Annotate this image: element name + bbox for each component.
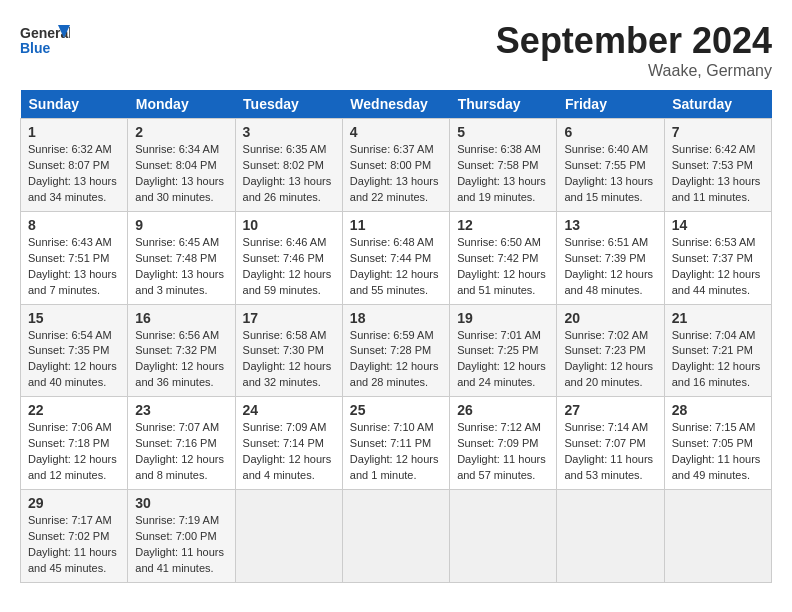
sunset: Sunset: 8:00 PM	[350, 158, 442, 174]
col-sunday: Sunday	[21, 90, 128, 119]
day-number: 26	[457, 402, 549, 418]
day-number: 11	[350, 217, 442, 233]
day-info: Sunrise: 6:43 AM Sunset: 7:51 PM Dayligh…	[28, 235, 120, 299]
sunset: Sunset: 8:02 PM	[243, 158, 335, 174]
table-row: 26 Sunrise: 7:12 AM Sunset: 7:09 PM Dayl…	[450, 397, 557, 490]
sunset: Sunset: 7:42 PM	[457, 251, 549, 267]
sunrise: Sunrise: 7:07 AM	[135, 420, 227, 436]
day-info: Sunrise: 7:04 AM Sunset: 7:21 PM Dayligh…	[672, 328, 764, 392]
sunset: Sunset: 7:07 PM	[564, 436, 656, 452]
sunrise: Sunrise: 7:01 AM	[457, 328, 549, 344]
daylight: Daylight: 11 hours and 41 minutes.	[135, 545, 227, 577]
day-info: Sunrise: 6:38 AM Sunset: 7:58 PM Dayligh…	[457, 142, 549, 206]
sunset: Sunset: 7:11 PM	[350, 436, 442, 452]
sunrise: Sunrise: 7:15 AM	[672, 420, 764, 436]
table-row: 15 Sunrise: 6:54 AM Sunset: 7:35 PM Dayl…	[21, 304, 128, 397]
sunset: Sunset: 7:28 PM	[350, 343, 442, 359]
daylight: Daylight: 12 hours and 51 minutes.	[457, 267, 549, 299]
sunset: Sunset: 7:39 PM	[564, 251, 656, 267]
sunrise: Sunrise: 7:09 AM	[243, 420, 335, 436]
title-block: September 2024 Waake, Germany	[496, 20, 772, 80]
table-row: 17 Sunrise: 6:58 AM Sunset: 7:30 PM Dayl…	[235, 304, 342, 397]
table-row: 30 Sunrise: 7:19 AM Sunset: 7:00 PM Dayl…	[128, 490, 235, 583]
col-friday: Friday	[557, 90, 664, 119]
sunset: Sunset: 7:14 PM	[243, 436, 335, 452]
sunset: Sunset: 7:35 PM	[28, 343, 120, 359]
daylight: Daylight: 13 hours and 26 minutes.	[243, 174, 335, 206]
calendar-week-row: 8 Sunrise: 6:43 AM Sunset: 7:51 PM Dayli…	[21, 211, 772, 304]
day-info: Sunrise: 7:14 AM Sunset: 7:07 PM Dayligh…	[564, 420, 656, 484]
day-info: Sunrise: 7:06 AM Sunset: 7:18 PM Dayligh…	[28, 420, 120, 484]
sunset: Sunset: 7:16 PM	[135, 436, 227, 452]
day-info: Sunrise: 7:02 AM Sunset: 7:23 PM Dayligh…	[564, 328, 656, 392]
day-number: 17	[243, 310, 335, 326]
day-info: Sunrise: 6:37 AM Sunset: 8:00 PM Dayligh…	[350, 142, 442, 206]
table-row: 25 Sunrise: 7:10 AM Sunset: 7:11 PM Dayl…	[342, 397, 449, 490]
sunset: Sunset: 7:25 PM	[457, 343, 549, 359]
table-row: 13 Sunrise: 6:51 AM Sunset: 7:39 PM Dayl…	[557, 211, 664, 304]
sunrise: Sunrise: 6:43 AM	[28, 235, 120, 251]
day-info: Sunrise: 6:40 AM Sunset: 7:55 PM Dayligh…	[564, 142, 656, 206]
table-row: 9 Sunrise: 6:45 AM Sunset: 7:48 PM Dayli…	[128, 211, 235, 304]
calendar-table: Sunday Monday Tuesday Wednesday Thursday…	[20, 90, 772, 583]
daylight: Daylight: 12 hours and 59 minutes.	[243, 267, 335, 299]
day-info: Sunrise: 6:35 AM Sunset: 8:02 PM Dayligh…	[243, 142, 335, 206]
sunrise: Sunrise: 6:48 AM	[350, 235, 442, 251]
day-info: Sunrise: 7:17 AM Sunset: 7:02 PM Dayligh…	[28, 513, 120, 577]
table-row: 24 Sunrise: 7:09 AM Sunset: 7:14 PM Dayl…	[235, 397, 342, 490]
day-number: 3	[243, 124, 335, 140]
calendar-week-row: 29 Sunrise: 7:17 AM Sunset: 7:02 PM Dayl…	[21, 490, 772, 583]
day-number: 7	[672, 124, 764, 140]
sunset: Sunset: 7:09 PM	[457, 436, 549, 452]
svg-text:Blue: Blue	[20, 40, 51, 56]
daylight: Daylight: 12 hours and 8 minutes.	[135, 452, 227, 484]
table-row: 19 Sunrise: 7:01 AM Sunset: 7:25 PM Dayl…	[450, 304, 557, 397]
col-wednesday: Wednesday	[342, 90, 449, 119]
daylight: Daylight: 13 hours and 30 minutes.	[135, 174, 227, 206]
day-info: Sunrise: 6:45 AM Sunset: 7:48 PM Dayligh…	[135, 235, 227, 299]
table-row: 1 Sunrise: 6:32 AM Sunset: 8:07 PM Dayli…	[21, 119, 128, 212]
sunset: Sunset: 7:48 PM	[135, 251, 227, 267]
sunset: Sunset: 7:18 PM	[28, 436, 120, 452]
table-row: 5 Sunrise: 6:38 AM Sunset: 7:58 PM Dayli…	[450, 119, 557, 212]
day-number: 30	[135, 495, 227, 511]
day-info: Sunrise: 6:56 AM Sunset: 7:32 PM Dayligh…	[135, 328, 227, 392]
table-row: 11 Sunrise: 6:48 AM Sunset: 7:44 PM Dayl…	[342, 211, 449, 304]
daylight: Daylight: 13 hours and 15 minutes.	[564, 174, 656, 206]
table-row: 14 Sunrise: 6:53 AM Sunset: 7:37 PM Dayl…	[664, 211, 771, 304]
table-row: 3 Sunrise: 6:35 AM Sunset: 8:02 PM Dayli…	[235, 119, 342, 212]
daylight: Daylight: 13 hours and 22 minutes.	[350, 174, 442, 206]
daylight: Daylight: 12 hours and 36 minutes.	[135, 359, 227, 391]
day-number: 4	[350, 124, 442, 140]
sunrise: Sunrise: 6:32 AM	[28, 142, 120, 158]
table-row: 18 Sunrise: 6:59 AM Sunset: 7:28 PM Dayl…	[342, 304, 449, 397]
daylight: Daylight: 12 hours and 32 minutes.	[243, 359, 335, 391]
sunrise: Sunrise: 7:10 AM	[350, 420, 442, 436]
table-row: 7 Sunrise: 6:42 AM Sunset: 7:53 PM Dayli…	[664, 119, 771, 212]
table-row: 20 Sunrise: 7:02 AM Sunset: 7:23 PM Dayl…	[557, 304, 664, 397]
month-title: September 2024	[496, 20, 772, 62]
col-tuesday: Tuesday	[235, 90, 342, 119]
day-number: 18	[350, 310, 442, 326]
table-row	[557, 490, 664, 583]
sunset: Sunset: 7:23 PM	[564, 343, 656, 359]
header-row: Sunday Monday Tuesday Wednesday Thursday…	[21, 90, 772, 119]
day-info: Sunrise: 6:58 AM Sunset: 7:30 PM Dayligh…	[243, 328, 335, 392]
sunrise: Sunrise: 6:58 AM	[243, 328, 335, 344]
table-row: 6 Sunrise: 6:40 AM Sunset: 7:55 PM Dayli…	[557, 119, 664, 212]
daylight: Daylight: 12 hours and 28 minutes.	[350, 359, 442, 391]
day-number: 27	[564, 402, 656, 418]
sunrise: Sunrise: 7:14 AM	[564, 420, 656, 436]
daylight: Daylight: 12 hours and 24 minutes.	[457, 359, 549, 391]
table-row: 23 Sunrise: 7:07 AM Sunset: 7:16 PM Dayl…	[128, 397, 235, 490]
sunset: Sunset: 7:58 PM	[457, 158, 549, 174]
daylight: Daylight: 12 hours and 1 minute.	[350, 452, 442, 484]
day-number: 6	[564, 124, 656, 140]
day-info: Sunrise: 6:51 AM Sunset: 7:39 PM Dayligh…	[564, 235, 656, 299]
sunset: Sunset: 7:21 PM	[672, 343, 764, 359]
day-info: Sunrise: 6:34 AM Sunset: 8:04 PM Dayligh…	[135, 142, 227, 206]
day-info: Sunrise: 7:15 AM Sunset: 7:05 PM Dayligh…	[672, 420, 764, 484]
sunrise: Sunrise: 6:35 AM	[243, 142, 335, 158]
sunrise: Sunrise: 6:51 AM	[564, 235, 656, 251]
day-number: 24	[243, 402, 335, 418]
